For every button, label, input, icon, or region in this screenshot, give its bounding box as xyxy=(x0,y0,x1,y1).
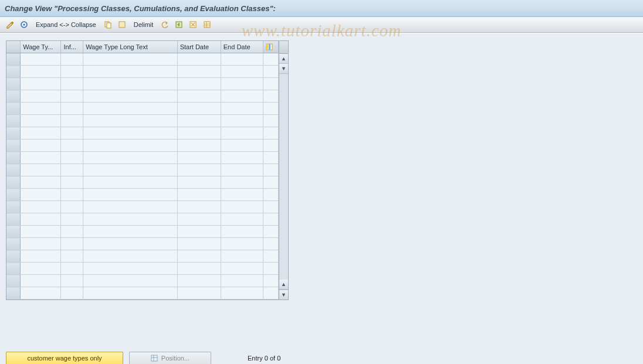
cell[interactable] xyxy=(221,213,263,226)
cell[interactable] xyxy=(21,250,61,263)
row-selector[interactable] xyxy=(6,103,21,115)
cell[interactable] xyxy=(177,140,221,152)
data-table[interactable]: Wage Ty... Inf... Wage Type Long Text St… xyxy=(6,41,279,300)
cell[interactable] xyxy=(263,275,278,287)
cell[interactable] xyxy=(83,226,178,238)
cell[interactable] xyxy=(263,115,278,127)
row-selector[interactable] xyxy=(6,152,21,164)
cell[interactable] xyxy=(221,226,263,238)
cell[interactable] xyxy=(21,189,61,201)
cell[interactable] xyxy=(263,176,278,189)
cell[interactable] xyxy=(61,127,83,140)
cell[interactable] xyxy=(83,66,178,78)
table-settings-icon[interactable] xyxy=(201,18,214,31)
col-long-text[interactable]: Wage Type Long Text xyxy=(83,41,178,53)
row-selector[interactable] xyxy=(6,213,21,226)
table-row[interactable] xyxy=(6,78,278,90)
delimit-button[interactable]: Delimit xyxy=(130,18,158,31)
expand-collapse-button[interactable]: Expand <-> Collapse xyxy=(32,18,100,31)
cell[interactable] xyxy=(61,263,83,275)
cell[interactable] xyxy=(177,275,221,287)
cell[interactable] xyxy=(21,263,61,275)
cell[interactable] xyxy=(21,201,61,213)
table-row[interactable] xyxy=(6,238,278,250)
scroll-down-step-icon[interactable]: ▼ xyxy=(279,64,288,74)
cell[interactable] xyxy=(21,78,61,90)
cell[interactable] xyxy=(263,226,278,238)
deselect-all-icon[interactable] xyxy=(187,18,199,31)
cell[interactable] xyxy=(221,287,263,300)
cell[interactable] xyxy=(83,78,178,90)
cell[interactable] xyxy=(21,275,61,287)
table-row[interactable] xyxy=(6,164,278,176)
table-row[interactable] xyxy=(6,115,278,127)
cell[interactable] xyxy=(21,140,61,152)
cell[interactable] xyxy=(61,78,83,90)
cell[interactable] xyxy=(61,152,83,164)
cell[interactable] xyxy=(83,213,178,226)
col-wage-type[interactable]: Wage Ty... xyxy=(21,41,61,53)
cell[interactable] xyxy=(221,250,263,263)
row-selector[interactable] xyxy=(6,78,21,90)
cell[interactable] xyxy=(177,213,221,226)
copy-icon[interactable] xyxy=(101,18,114,31)
cell[interactable] xyxy=(61,140,83,152)
row-selector[interactable] xyxy=(6,226,21,238)
cell[interactable] xyxy=(177,115,221,127)
row-selector[interactable] xyxy=(6,53,21,66)
select-block-icon[interactable] xyxy=(172,18,185,31)
cell[interactable] xyxy=(221,164,263,176)
cell[interactable] xyxy=(83,53,178,66)
cell[interactable] xyxy=(221,140,263,152)
cell[interactable] xyxy=(221,127,263,140)
cell[interactable] xyxy=(177,250,221,263)
cell[interactable] xyxy=(61,213,83,226)
scroll-track[interactable] xyxy=(279,74,288,280)
table-row[interactable] xyxy=(6,103,278,115)
cell[interactable] xyxy=(263,140,278,152)
cell[interactable] xyxy=(21,90,61,103)
cell[interactable] xyxy=(221,53,263,66)
row-selector[interactable] xyxy=(6,201,21,213)
cell[interactable] xyxy=(83,127,178,140)
cell[interactable] xyxy=(83,103,178,115)
cell[interactable] xyxy=(177,90,221,103)
cell[interactable] xyxy=(263,53,278,66)
cell[interactable] xyxy=(83,275,178,287)
cell[interactable] xyxy=(221,201,263,213)
cell[interactable] xyxy=(263,78,278,90)
row-selector[interactable] xyxy=(6,66,21,78)
cell[interactable] xyxy=(83,201,178,213)
cell[interactable] xyxy=(21,103,61,115)
row-selector[interactable] xyxy=(6,176,21,189)
cell[interactable] xyxy=(263,263,278,275)
cell[interactable] xyxy=(263,164,278,176)
table-row[interactable] xyxy=(6,226,278,238)
select-all-icon[interactable] xyxy=(116,18,128,31)
cell[interactable] xyxy=(177,263,221,275)
cell[interactable] xyxy=(61,115,83,127)
cell[interactable] xyxy=(263,238,278,250)
position-button[interactable]: Position... xyxy=(129,352,211,364)
table-row[interactable] xyxy=(6,140,278,152)
cell[interactable] xyxy=(61,250,83,263)
cell[interactable] xyxy=(177,226,221,238)
row-selector[interactable] xyxy=(6,287,21,300)
col-start-date[interactable]: Start Date xyxy=(177,41,221,53)
cell[interactable] xyxy=(263,189,278,201)
table-row[interactable] xyxy=(6,53,278,66)
row-selector[interactable] xyxy=(6,115,21,127)
row-selector[interactable] xyxy=(6,127,21,140)
cell[interactable] xyxy=(83,152,178,164)
table-row[interactable] xyxy=(6,90,278,103)
cell[interactable] xyxy=(61,275,83,287)
cell[interactable] xyxy=(263,250,278,263)
row-selector[interactable] xyxy=(6,140,21,152)
cell[interactable] xyxy=(21,213,61,226)
cell[interactable] xyxy=(177,287,221,300)
cell[interactable] xyxy=(221,78,263,90)
cell[interactable] xyxy=(61,201,83,213)
table-config-icon[interactable] xyxy=(263,41,278,53)
table-row[interactable] xyxy=(6,176,278,189)
cell[interactable] xyxy=(21,287,61,300)
